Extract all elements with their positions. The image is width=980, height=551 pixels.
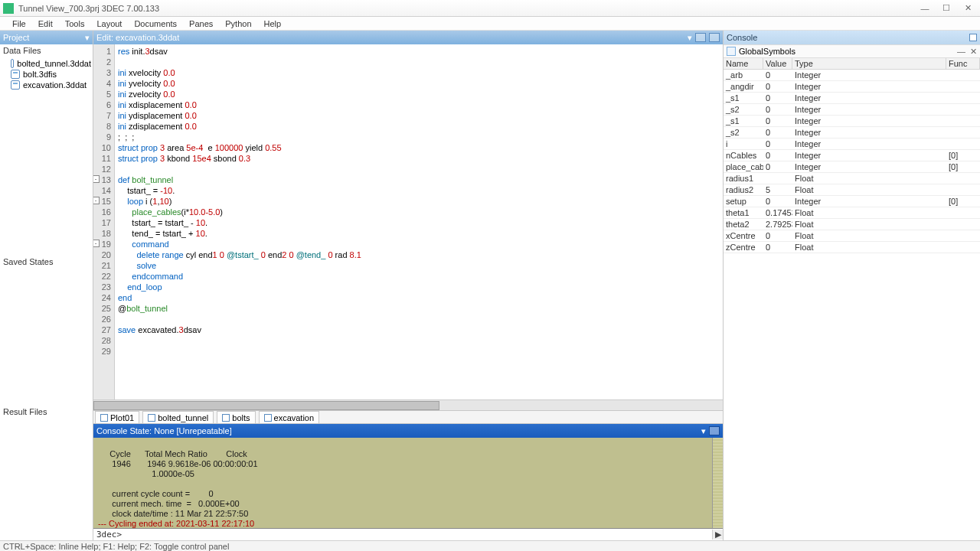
cell: _angdir (724, 81, 763, 93)
cell: Integer (792, 161, 946, 173)
cell: Float (792, 207, 946, 219)
cell: theta2 (724, 219, 763, 230)
file-icon (11, 80, 20, 90)
chevron-down-icon[interactable]: ▾ (701, 426, 706, 436)
tab-excavation[interactable]: excavation (259, 411, 320, 423)
cell: 5 (763, 184, 792, 196)
console-scrollbar[interactable] (712, 438, 723, 528)
cell: 0 (763, 104, 792, 116)
editor-close-button[interactable] (709, 33, 720, 42)
titlebar: Tunnel View_700.3prj 3DEC 7.00.133 — ☐ ✕ (0, 0, 980, 17)
close-icon[interactable]: ✕ (959, 3, 977, 14)
cell: 0 (763, 150, 792, 161)
cell: 2.79253 (763, 219, 792, 230)
menu-edit[interactable]: Edit (32, 19, 59, 28)
cell: [0] (946, 150, 980, 161)
menu-panes[interactable]: Panes (183, 19, 219, 28)
file-label: bolted_tunnel.3ddat (17, 59, 91, 68)
console-head: Cycle Total Mech Ratio Clock (98, 449, 247, 458)
tab-bolted[interactable]: bolted_tunnel (142, 411, 214, 423)
menu-tools[interactable]: Tools (59, 19, 91, 28)
cell: xCentre (724, 230, 763, 242)
tab-plot[interactable]: Plot01 (95, 411, 139, 423)
cell: Integer (792, 196, 946, 207)
maximize-icon[interactable]: ☐ (937, 3, 956, 14)
console-title: Console State: None [Unrepeatable] (96, 426, 232, 435)
menu-python[interactable]: Python (219, 19, 257, 28)
menu-documents[interactable]: Documents (128, 19, 183, 28)
cell: 0 (763, 139, 792, 150)
symbols-header: GlobalSymbols — ✕ (724, 44, 980, 58)
right-console-header: Console (724, 31, 980, 44)
cell (946, 242, 980, 253)
cell (946, 116, 980, 127)
cell (946, 70, 980, 81)
console-tool-button[interactable] (709, 426, 720, 435)
close-icon[interactable]: ✕ (970, 47, 977, 57)
cell: place_cables (724, 161, 763, 173)
symbols-table-body: _arb0Integer_angdir0Integer_s10Integer_s… (724, 70, 980, 253)
tab-label: excavation (274, 413, 315, 422)
chevron-down-icon[interactable]: ▾ (688, 33, 692, 43)
cell (946, 81, 980, 93)
cell: Float (792, 242, 946, 253)
project-title: Project (3, 33, 29, 42)
tab-label: bolted_tunnel (158, 413, 208, 422)
minimize-icon[interactable]: — (957, 47, 965, 57)
file-item[interactable]: bolt.3dfis (0, 69, 93, 80)
editor-tool-button[interactable] (695, 33, 706, 42)
code-area[interactable]: res init.3dsav ini xvelocity 0.0ini yvel… (115, 44, 364, 399)
cell: 0 (763, 70, 792, 81)
file-label: excavation.3ddat (23, 80, 87, 90)
cell: [0] (946, 196, 980, 207)
console-output: Cycle Total Mech Ratio Clock 1946 1946 9… (93, 438, 723, 528)
cell (946, 104, 980, 116)
window-title: Tunnel View_700.3prj 3DEC 7.00.133 (18, 4, 916, 13)
col-header[interactable]: Value (763, 58, 792, 70)
cell: 0 (763, 230, 792, 242)
menu-file[interactable]: File (6, 19, 32, 28)
cell (946, 139, 980, 150)
editor-hscroll[interactable] (93, 399, 723, 410)
cell: _s1 (724, 116, 763, 127)
cell (946, 184, 980, 196)
menu-layout[interactable]: Layout (90, 19, 128, 28)
tab-label: Plot01 (110, 413, 134, 422)
console-body: 1946 1946 9.9618e-06 00:00:00:01 1.0000e… (98, 459, 258, 518)
cell: Integer (792, 139, 946, 150)
console-input[interactable] (123, 530, 712, 540)
status-text: CTRL+Space: Inline Help; F1: Help; F2: T… (3, 542, 229, 551)
col-header[interactable]: Type (792, 58, 946, 70)
cell: nCables (724, 150, 763, 161)
doc-tabstrip: Plot01 bolted_tunnel bolts excavation (93, 410, 723, 424)
console-warn: --- Cycling ended at: 2021-03-11 22:17:1… (98, 519, 254, 528)
console-header: Console State: None [Unrepeatable] ▾ (93, 424, 723, 438)
cell: Float (792, 219, 946, 230)
minimize-icon[interactable]: — (916, 3, 934, 14)
tab-bolts[interactable]: bolts (217, 411, 255, 423)
file-item[interactable]: bolted_tunnel.3ddat (0, 58, 93, 69)
panel-toggle-icon[interactable] (969, 34, 977, 41)
col-header[interactable]: Func (946, 58, 980, 70)
data-files-label: Data Files (0, 44, 93, 57)
cell: _arb (724, 70, 763, 81)
cell: 0 (763, 81, 792, 93)
cell: _s2 (724, 127, 763, 139)
cell: Float (792, 184, 946, 196)
project-dropdown-icon[interactable]: ▾ (82, 33, 93, 43)
menu-help[interactable]: Help (258, 19, 288, 28)
cell: Integer (792, 127, 946, 139)
cell: 0 (763, 161, 792, 173)
cell: 0 (763, 196, 792, 207)
run-icon[interactable]: ▶ (712, 530, 723, 540)
col-header[interactable]: Name (724, 58, 763, 70)
cell: Integer (792, 70, 946, 81)
right-console-title: Console (727, 33, 757, 42)
code-editor[interactable]: 12345678910111213-1415-16171819-20212223… (93, 44, 723, 399)
project-panel: Project ▾ Data Files bolted_tunnel.3ddat… (0, 31, 93, 540)
cell (946, 173, 980, 184)
file-item[interactable]: excavation.3ddat (0, 80, 93, 90)
file-icon (222, 414, 230, 422)
cell: 0 (763, 116, 792, 127)
cell: setup (724, 196, 763, 207)
